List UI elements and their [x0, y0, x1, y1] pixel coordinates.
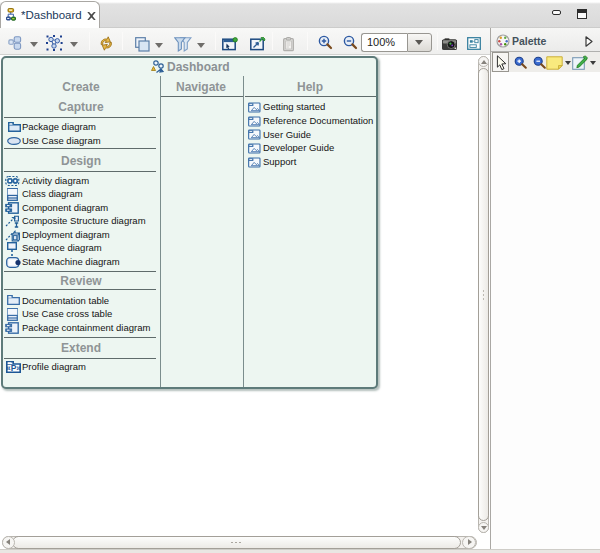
svg-text:«P»: «P» — [6, 363, 21, 373]
